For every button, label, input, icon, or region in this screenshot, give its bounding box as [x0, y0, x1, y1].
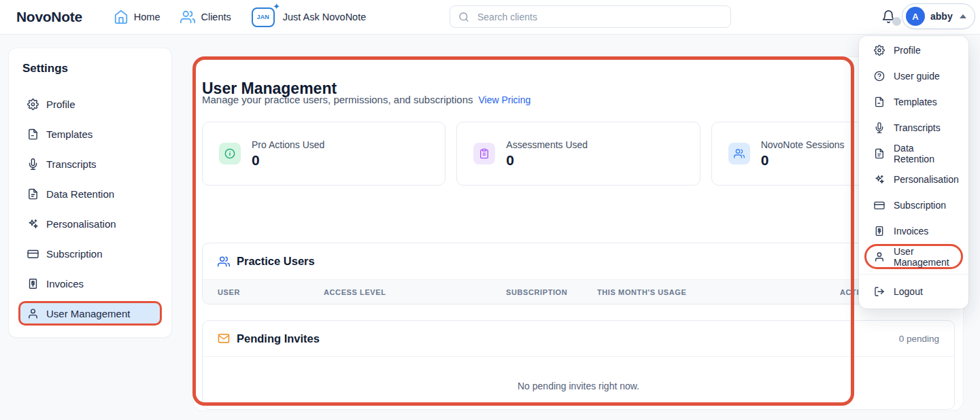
sidebar-item-label: Invoices [46, 278, 84, 290]
sidebar-item[interactable]: Profile [18, 92, 162, 116]
credit-card-icon [874, 200, 885, 211]
logout-icon [874, 286, 885, 297]
view-pricing-link[interactable]: View Pricing [479, 94, 531, 105]
section-title: Pending Invites [237, 332, 320, 345]
search-bar [450, 5, 731, 28]
file-text-icon [874, 148, 885, 159]
invoice-icon [27, 278, 39, 290]
menu-item[interactable]: Personalisation [864, 167, 963, 192]
sidebar-item[interactable]: Templates [18, 122, 162, 146]
home-icon [114, 10, 129, 24]
menu-item-label: Transcripts [894, 122, 941, 133]
stat-card-pro-actions: Pro Actions Used 0 [202, 122, 445, 186]
menu-item-label: Templates [894, 97, 937, 107]
section-title: Practice Users [237, 255, 315, 268]
clipboard-icon [473, 143, 495, 164]
stat-value: 0 [252, 152, 324, 169]
primary-nav: Home Clients JAN ✦ Just Ask NovoNote [114, 7, 367, 27]
nav-item-clients[interactable]: Clients [180, 10, 231, 24]
mail-icon [218, 332, 230, 345]
stat-value: 0 [506, 152, 588, 169]
clients-icon [180, 10, 195, 24]
menu-item-label: Subscription [894, 200, 946, 211]
sidebar-item[interactable]: User Management [18, 301, 162, 326]
menu-item-label: User Management [894, 246, 953, 268]
sidebar-item[interactable]: Subscription [18, 241, 162, 266]
sidebar-item-label: Transcripts [46, 158, 97, 170]
stat-value: 0 [761, 152, 845, 169]
account-menu-items: Profile User guide Templates Transcripts… [859, 37, 968, 269]
menu-item[interactable]: Subscription [864, 192, 963, 217]
gear-icon [27, 99, 39, 110]
file-icon [874, 97, 885, 107]
stat-label: Pro Actions Used [252, 139, 324, 150]
pending-invites-card: Pending Invites 0 pending No pending inv… [202, 320, 955, 410]
sidebar-item-label: User Management [46, 308, 130, 319]
file-icon [27, 128, 39, 140]
menu-item-label: User guide [894, 71, 940, 82]
sidebar-item-label: Subscription [46, 248, 103, 260]
menu-divider [859, 274, 968, 275]
search-input[interactable] [476, 11, 722, 23]
settings-sidebar: Settings Profile Templates Transcripts D… [8, 48, 172, 338]
brand-logo[interactable]: NovoNote [16, 9, 82, 25]
notification-dot [892, 17, 901, 26]
file-text-icon [27, 188, 39, 200]
sidebar-item-label: Profile [46, 99, 75, 110]
nav-item-label: Just Ask NovoNote [283, 12, 367, 22]
sidebar-item-label: Personalisation [46, 218, 116, 230]
sidebar-item-label: Data Retention [46, 188, 114, 200]
stat-card-assessments: Assessments Used 0 [456, 122, 700, 186]
menu-item-label: Logout [894, 286, 923, 297]
column-header: THIS MONTH'S USAGE [597, 288, 840, 296]
top-navbar: NovoNote Home Clients JAN ✦ Just Ask Nov… [0, 0, 980, 35]
sidebar-item[interactable]: Transcripts [18, 152, 162, 176]
pending-invites-header: Pending Invites 0 pending [203, 321, 954, 357]
credit-card-icon [27, 248, 39, 260]
mic-icon [874, 122, 885, 133]
search-icon [458, 12, 469, 22]
menu-item[interactable]: Profile [864, 37, 963, 63]
menu-item-logout[interactable]: Logout [864, 279, 963, 304]
sidebar-item[interactable]: Invoices [18, 271, 162, 296]
users-icon [218, 256, 230, 268]
sidebar-item-label: Templates [46, 128, 92, 140]
nav-item-label: Home [134, 12, 160, 22]
help-icon [874, 71, 885, 82]
practice-users-card: Practice Users USER ACCESS LEVEL SUBSCRI… [202, 243, 955, 304]
menu-item[interactable]: Transcripts [864, 115, 963, 140]
user-icon [874, 251, 885, 262]
user-icon [27, 308, 39, 319]
sidebar-item[interactable]: Personalisation [18, 211, 162, 236]
menu-item-label: Invoices [894, 226, 928, 237]
chevron-up-icon [960, 14, 966, 18]
page-subtitle: Manage your practice users, permissions,… [202, 94, 530, 105]
nav-item-home[interactable]: Home [114, 10, 160, 24]
users-icon [728, 143, 750, 164]
mic-icon [27, 158, 39, 170]
menu-item[interactable]: Data Retention [864, 141, 963, 166]
menu-item[interactable]: Templates [864, 89, 963, 114]
nav-item-just-ask-novonote[interactable]: JAN ✦ Just Ask NovoNote [252, 7, 367, 27]
avatar: A [906, 7, 925, 26]
menu-item-label: Profile [894, 45, 921, 56]
menu-item-label: Personalisation [894, 174, 959, 185]
pending-count-badge: 0 pending [899, 334, 939, 344]
usage-stats-row: Pro Actions Used 0 Assessments Used 0 No… [202, 122, 955, 186]
account-menu-button[interactable]: A abby [902, 3, 975, 29]
sidebar-title: Settings [22, 62, 165, 75]
practice-users-header: Practice Users [203, 243, 954, 279]
sparkles-icon [874, 174, 885, 185]
stat-label: Assessments Used [506, 139, 588, 150]
menu-item[interactable]: User guide [864, 63, 963, 88]
empty-state-message: No pending invites right now. [203, 381, 954, 391]
sidebar-item[interactable]: Data Retention [18, 181, 162, 206]
sidebar-nav: Profile Templates Transcripts Data Reten… [16, 92, 165, 326]
sparkles-icon [27, 218, 39, 230]
user-management-panel: User Management Manage your practice use… [192, 56, 964, 411]
menu-item[interactable]: User Management [864, 244, 963, 269]
menu-item[interactable]: Invoices [864, 218, 963, 243]
gear-icon [874, 45, 885, 56]
account-dropdown-menu: Profile User guide Templates Transcripts… [859, 36, 968, 309]
notifications-button[interactable] [881, 10, 898, 26]
